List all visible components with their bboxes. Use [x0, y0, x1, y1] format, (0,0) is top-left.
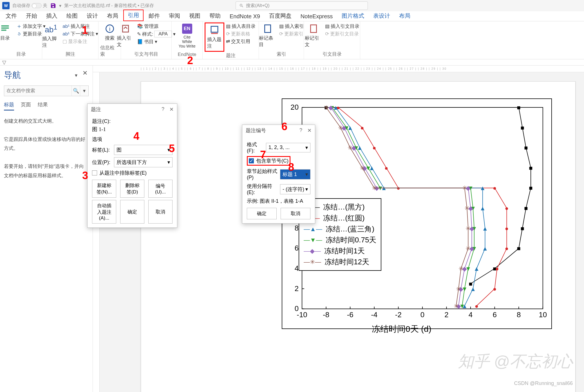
show-notes-button[interactable]: ▢显示备注: [61, 38, 99, 45]
collapse-bar[interactable]: ▽: [0, 59, 584, 66]
search-icon: i: [105, 24, 115, 34]
endnote-cwyw-button[interactable]: ENCite While You Write: [177, 22, 197, 49]
include-chapter-checkbox[interactable]: ✓: [249, 158, 254, 163]
nav-search-input[interactable]: [4, 86, 71, 96]
annotation-2: 2: [187, 55, 193, 67]
style-dropdown[interactable]: ✎样式:APA▾: [136, 30, 177, 38]
svg-text:0: 0: [295, 305, 299, 312]
next-footnote-button[interactable]: ab¹下一条脚注▾: [61, 30, 99, 38]
svg-text:●: ●: [475, 303, 478, 310]
close-icon[interactable]: ✕: [169, 106, 174, 112]
horizontal-ruler[interactable]: | | 1 | | 2 | | 3 | | 4 | | 5 | | 6 | | …: [93, 66, 584, 72]
search-placeholder: 搜索(Alt+Q): [246, 3, 269, 9]
insert-footnote-button[interactable]: ab1插入脚注: [41, 22, 61, 49]
tab-邮件[interactable]: 邮件: [145, 11, 164, 21]
update-table-button[interactable]: ⟳更新表格: [225, 30, 257, 38]
tab-表设计[interactable]: 表设计: [369, 11, 394, 21]
tab-百度网盘[interactable]: 百度网盘: [265, 11, 296, 21]
delete-label-button[interactable]: 删除标签(D): [120, 180, 144, 198]
autosave-toggle[interactable]: 自动保存 关: [12, 3, 47, 9]
caption-field[interactable]: 图 1-1: [92, 126, 173, 133]
chart-xlabel: 冻结时间0天 (d): [372, 323, 431, 335]
exclude-checkbox[interactable]: [92, 170, 97, 175]
tab-图片格式[interactable]: 图片格式: [338, 11, 368, 21]
svg-text:4: 4: [295, 264, 299, 272]
cross-ref-button[interactable]: ⇄交叉引用: [225, 38, 257, 45]
ok-button[interactable]: 确定: [247, 208, 277, 219]
cancel-button[interactable]: 取消: [281, 208, 310, 219]
tab-NoteExpress[interactable]: NoteExpress: [297, 12, 337, 21]
update-toa-button[interactable]: ⟳更新引文目录: [324, 30, 361, 38]
position-combo[interactable]: 所选项目下方▾: [114, 157, 173, 167]
word-icon: W: [2, 2, 10, 9]
help-icon[interactable]: ?: [162, 106, 164, 112]
separator-combo[interactable]: - (连字符)▾: [280, 184, 310, 194]
insert-index-button[interactable]: ▤插入索引: [278, 22, 305, 30]
help-icon[interactable]: ?: [299, 127, 302, 134]
mark-citation-button[interactable]: 标记引文: [304, 22, 323, 49]
annotation-4: 4: [133, 130, 139, 142]
close-icon[interactable]: ✕: [307, 127, 312, 134]
toc-button[interactable]: 目录: [0, 22, 15, 42]
label-combo[interactable]: 图▾: [114, 145, 173, 155]
tab-视图[interactable]: 视图: [185, 11, 204, 21]
insert-caption-button[interactable]: 插入题注: [205, 22, 224, 52]
search-box[interactable]: 搜索(Alt+Q): [236, 1, 368, 10]
nav-search[interactable]: 🔍 ▾: [4, 85, 89, 96]
auto-caption-button[interactable]: 自动插入题注(A)...: [92, 200, 116, 224]
nav-body: 创建文档的交互式大纲。 它是跟踪具体位置或快速移动内容的好方式。 若要开始，请转…: [4, 117, 89, 180]
tab-插入[interactable]: 插入: [42, 11, 61, 21]
manage-sources-button[interactable]: 📚管理源: [136, 22, 177, 30]
numbering-button[interactable]: 编号(U)...: [148, 180, 173, 198]
bibliography-button[interactable]: 📘书目▾: [136, 38, 177, 46]
ribbon-tabs: 文件开始插入绘图设计布局引用邮件审阅视图帮助EndNote X9百度网盘Note…: [0, 11, 584, 21]
plus-icon: [17, 24, 22, 29]
mark-entry-button[interactable]: 标记条目: [258, 22, 278, 49]
svg-text:▲: ▲: [482, 225, 488, 232]
annotation-3: 3: [82, 170, 88, 182]
ok-button[interactable]: 确定: [120, 200, 144, 224]
insert-toa-button[interactable]: ▤插入引文目录: [324, 22, 361, 30]
svg-text:✳: ✳: [338, 124, 343, 131]
nav-tab-页面[interactable]: 页面: [21, 101, 31, 111]
cancel-button[interactable]: 取消: [148, 200, 173, 224]
start-style-combo[interactable]: 标题 1▾: [280, 169, 310, 179]
insert-endnote-button[interactable]: ab¹插入尾注: [61, 22, 99, 30]
tab-绘图[interactable]: 绘图: [62, 11, 82, 21]
tab-帮助[interactable]: 帮助: [205, 11, 225, 21]
insert-citation-button[interactable]: 插入引文: [116, 22, 135, 49]
save-icon[interactable]: [50, 3, 56, 9]
nav-close-icon[interactable]: ✕: [82, 69, 88, 77]
svg-text:■: ■: [520, 124, 524, 131]
annotation-8: 8: [288, 161, 294, 173]
annotation-7: 7: [260, 149, 266, 161]
svg-text:20: 20: [290, 103, 299, 111]
nav-tab-结果[interactable]: 结果: [38, 101, 48, 111]
example-text: 示例: 图表 II-1，表格 1-A: [247, 198, 310, 204]
nav-dropdown-icon[interactable]: ▾: [75, 72, 77, 78]
format-combo[interactable]: 1, 2, 3, ...▾: [266, 143, 310, 152]
more-icon[interactable]: ▾: [59, 3, 61, 8]
document-page: 土柱高度 (cm) -10-8-6-4-20246810024681012141…: [141, 81, 576, 392]
caption-label: 题注(C):: [92, 118, 173, 125]
dropdown-icon[interactable]: ▾: [80, 86, 88, 96]
svg-rect-4: [265, 25, 270, 33]
nav-tab-标题[interactable]: 标题: [4, 101, 14, 111]
tab-EndNote X9[interactable]: EndNote X9: [226, 12, 264, 21]
search-icon[interactable]: 🔍: [71, 86, 80, 96]
svg-rect-3: [211, 26, 218, 32]
tab-布局[interactable]: 布局: [395, 11, 414, 21]
tab-开始[interactable]: 开始: [22, 11, 41, 21]
tab-审阅[interactable]: 审阅: [165, 11, 184, 21]
tab-文件[interactable]: 文件: [2, 11, 21, 21]
update-index-button[interactable]: ⟳更新索引: [278, 30, 305, 38]
svg-text:10: 10: [539, 311, 547, 319]
tab-设计[interactable]: 设计: [83, 11, 102, 21]
new-label-button[interactable]: 新建标签(N)...: [92, 180, 116, 198]
svg-text:-4: -4: [371, 311, 377, 319]
tab-布局[interactable]: 布局: [103, 11, 122, 21]
svg-text:✳: ✳: [454, 303, 459, 310]
svg-text:▲: ▲: [480, 205, 486, 212]
insert-tof-button[interactable]: ▤插入表目录: [225, 22, 257, 30]
tab-引用[interactable]: 引用: [123, 10, 144, 21]
